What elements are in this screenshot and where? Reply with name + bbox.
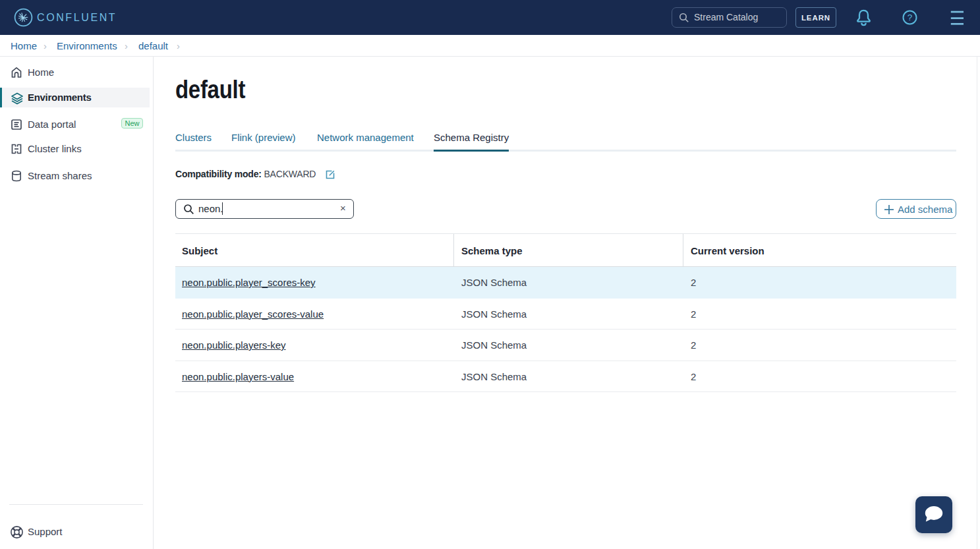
svg-text:?: ? — [908, 13, 913, 22]
